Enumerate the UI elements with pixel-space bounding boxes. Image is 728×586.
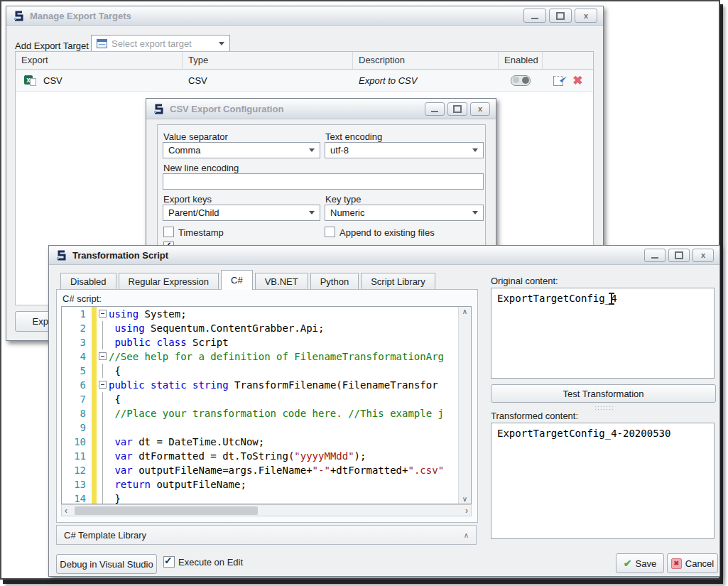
line-number: 14 bbox=[62, 492, 92, 504]
close-icon[interactable]: x bbox=[470, 102, 490, 116]
table-row[interactable]: x CSV CSV Export to CSV ✖ bbox=[16, 70, 593, 92]
col-description[interactable]: Description bbox=[353, 52, 499, 69]
combo-placeholder: Select export target bbox=[112, 38, 192, 49]
code-line[interactable]: 8 //Place your transformation code here.… bbox=[62, 406, 471, 420]
code-line[interactable]: 9 bbox=[62, 420, 471, 435]
execute-on-edit-label: Execute on Edit bbox=[178, 557, 243, 568]
debug-in-visual-studio-button[interactable]: Debug in Visual Studio bbox=[56, 554, 157, 574]
script-title-bar[interactable]: Transformation Script x bbox=[49, 246, 719, 265]
cell-type: CSV bbox=[183, 75, 353, 86]
line-number: 13 bbox=[62, 477, 92, 492]
transformation-script-window: Transformation Script x DisabledRegular … bbox=[48, 245, 720, 577]
test-transformation-button[interactable]: Test Transformation bbox=[491, 384, 716, 403]
enabled-toggle[interactable] bbox=[511, 75, 531, 86]
line-number: 10 bbox=[62, 435, 92, 449]
maximize-icon[interactable] bbox=[668, 249, 690, 262]
dropdown-arrow-icon bbox=[219, 42, 224, 45]
cancel-button[interactable]: ✖ Cancel bbox=[667, 553, 718, 573]
close-icon[interactable]: x bbox=[692, 249, 714, 262]
timestamp-checkbox[interactable] bbox=[163, 227, 174, 237]
execute-on-edit-checkbox[interactable]: ✓ bbox=[163, 556, 175, 568]
key-type-combo[interactable]: Numeric bbox=[325, 205, 484, 221]
scroll-left-icon[interactable]: ‹ bbox=[62, 505, 70, 516]
code-line[interactable]: 11 var dtFormatted = dt.ToString("yyyyMM… bbox=[62, 449, 471, 463]
export-keys-label: Export keys bbox=[163, 194, 212, 205]
text-encoding-combo[interactable]: utf-8 bbox=[325, 142, 484, 158]
code-line[interactable]: 3 public class Script bbox=[62, 335, 471, 349]
line-number: 7 bbox=[62, 392, 92, 406]
code-line[interactable]: 2 using Sequentum.ContentGrabber.Api; bbox=[62, 321, 471, 335]
modified-line-bar bbox=[92, 406, 97, 420]
scroll-down-icon[interactable]: ∨ bbox=[460, 494, 470, 504]
collapse-chevron-icon[interactable]: ∧ bbox=[464, 531, 469, 539]
manage-title-bar[interactable]: Manage Export Targets x bbox=[6, 6, 603, 26]
transformed-content-textarea[interactable]: ExportTargetConfig_4-20200530 bbox=[491, 423, 715, 539]
fold-minus-icon[interactable] bbox=[97, 349, 109, 364]
save-label: Save bbox=[636, 558, 657, 569]
maximize-icon[interactable] bbox=[549, 9, 572, 23]
export-target-combo-icon bbox=[97, 39, 107, 48]
csv-title-bar[interactable]: CSV Export Configuration x bbox=[146, 99, 496, 119]
code-line[interactable]: 13 return outputFileName; bbox=[62, 477, 471, 492]
scrollbar-thumb[interactable] bbox=[75, 506, 258, 515]
script-type-tabs: DisabledRegular ExpressionC#VB.NETPython… bbox=[60, 270, 438, 290]
save-button[interactable]: ✔ Save bbox=[616, 553, 664, 573]
modified-line-bar bbox=[92, 463, 97, 477]
minimize-icon[interactable] bbox=[523, 9, 546, 23]
value-separator-combo[interactable]: Comma bbox=[163, 142, 320, 158]
code-text: var outputFileName=args.FileName+"-"+dtF… bbox=[109, 463, 444, 477]
modified-line-bar bbox=[92, 307, 97, 321]
splitter-grip[interactable]: ·············· bbox=[594, 405, 614, 411]
window-title: Manage Export Targets bbox=[30, 11, 523, 21]
fold-guide-line bbox=[97, 364, 109, 378]
dropdown-arrow-icon bbox=[472, 211, 478, 215]
key-type-value: Numeric bbox=[330, 207, 364, 218]
cell-export: CSV bbox=[43, 75, 63, 86]
export-keys-combo[interactable]: Parent/Child bbox=[163, 205, 320, 221]
csharp-template-library-bar[interactable]: C# Template Library ∧ bbox=[56, 525, 477, 545]
select-export-target-combo[interactable]: Select export target bbox=[91, 35, 230, 53]
code-text: //Place your transformation code here. /… bbox=[109, 406, 444, 420]
col-enabled[interactable]: Enabled bbox=[499, 52, 543, 69]
vertical-scrollbar[interactable]: ∧ ∨ bbox=[458, 307, 471, 504]
tab-script-library[interactable]: Script Library bbox=[361, 273, 435, 290]
original-content-textarea[interactable]: ExportTargetConfig_4 bbox=[491, 288, 715, 379]
new-line-encoding-input[interactable] bbox=[163, 173, 484, 190]
code-line[interactable]: 7 { bbox=[62, 392, 471, 406]
edit-icon[interactable] bbox=[553, 75, 565, 86]
table-header: Export Type Description Enabled bbox=[16, 52, 593, 70]
code-line[interactable]: 6public static string TransformFilename(… bbox=[62, 378, 471, 392]
code-line[interactable]: 5 { bbox=[62, 364, 471, 378]
col-export[interactable]: Export bbox=[16, 52, 183, 69]
tab-vb-net[interactable]: VB.NET bbox=[255, 273, 308, 290]
fold-minus-icon[interactable] bbox=[97, 378, 109, 392]
code-editor[interactable]: 1using System;2 using Sequentum.ContentG… bbox=[61, 306, 472, 504]
horizontal-scrollbar[interactable]: ‹ › bbox=[61, 504, 472, 516]
tab-regular-expression[interactable]: Regular Expression bbox=[119, 273, 219, 290]
scroll-up-icon[interactable]: ∧ bbox=[460, 307, 470, 316]
value-separator-value: Comma bbox=[168, 145, 201, 156]
append-checkbox[interactable] bbox=[325, 227, 335, 237]
code-line[interactable]: 12 var outputFileName=args.FileName+"-"+… bbox=[62, 463, 471, 477]
code-line[interactable]: 10 var dt = DateTime.UtcNow; bbox=[62, 435, 471, 449]
code-line[interactable]: 4//See help for a definition of Filename… bbox=[62, 349, 471, 364]
tab-disabled[interactable]: Disabled bbox=[60, 273, 116, 290]
modified-line-bar bbox=[92, 321, 97, 335]
minimize-icon[interactable] bbox=[644, 249, 665, 262]
tab-python[interactable]: Python bbox=[310, 273, 359, 290]
scroll-right-icon[interactable]: › bbox=[462, 505, 471, 516]
modified-line-bar bbox=[92, 492, 97, 504]
csv-file-icon: x bbox=[24, 75, 36, 86]
maximize-icon[interactable] bbox=[447, 102, 467, 116]
close-icon[interactable]: x bbox=[575, 9, 597, 23]
text-encoding-label: Text encoding bbox=[325, 131, 382, 142]
col-type[interactable]: Type bbox=[183, 52, 353, 69]
tab-c-[interactable]: C# bbox=[221, 270, 253, 290]
code-line[interactable]: 14 } bbox=[62, 492, 471, 504]
delete-icon[interactable]: ✖ bbox=[572, 75, 582, 87]
app-logo-icon bbox=[12, 9, 25, 22]
code-line[interactable]: 1using System; bbox=[62, 307, 471, 321]
minimize-icon[interactable] bbox=[425, 102, 445, 116]
fold-minus-icon[interactable] bbox=[97, 307, 109, 321]
modified-line-bar bbox=[92, 449, 97, 463]
